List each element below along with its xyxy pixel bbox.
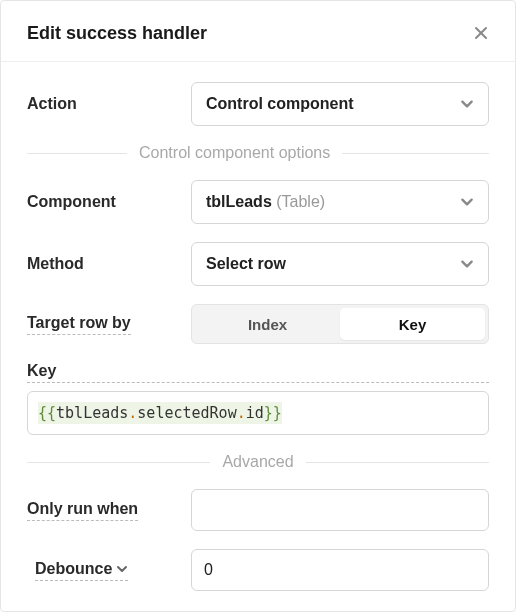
section-divider-control-options: Control component options (27, 144, 489, 162)
close-button[interactable] (467, 19, 495, 47)
close-icon (473, 25, 489, 41)
action-label: Action (27, 95, 191, 113)
action-select-value: Control component (206, 95, 354, 113)
section-title: Control component options (139, 144, 330, 162)
key-label: Key (27, 362, 489, 383)
method-label: Method (27, 255, 191, 273)
panel-title: Edit success handler (27, 23, 207, 44)
section-divider-advanced: Advanced (27, 453, 489, 471)
action-row: Action Control component (27, 82, 489, 126)
action-select[interactable]: Control component (191, 82, 489, 126)
key-field: Key {{tblLeads.selectedRow.id}} (27, 362, 489, 435)
only-run-when-row: Only run when (27, 489, 489, 531)
panel-header: Edit success handler (1, 1, 515, 62)
edit-success-handler-panel: Edit success handler Action Control comp… (0, 0, 516, 612)
component-select[interactable]: tblLeads (Table) (191, 180, 489, 224)
chevron-down-icon (460, 195, 474, 209)
section-title-advanced: Advanced (222, 453, 293, 471)
key-expression-input[interactable]: {{tblLeads.selectedRow.id}} (27, 391, 489, 435)
target-row-by-row: Target row by Index Key (27, 304, 489, 344)
component-select-value: tblLeads (Table) (206, 193, 325, 211)
target-row-by-label: Target row by (27, 314, 131, 335)
debounce-input[interactable] (191, 549, 489, 591)
debounce-type-select[interactable]: Debounce (35, 560, 128, 581)
method-row: Method Select row (27, 242, 489, 286)
chevron-down-icon (460, 97, 474, 111)
component-row: Component tblLeads (Table) (27, 180, 489, 224)
target-row-by-option-index[interactable]: Index (195, 308, 340, 340)
target-row-by-segmented: Index Key (191, 304, 489, 344)
chevron-down-icon (116, 563, 128, 575)
component-label: Component (27, 193, 191, 211)
debounce-label-text: Debounce (35, 560, 112, 578)
method-select[interactable]: Select row (191, 242, 489, 286)
only-run-when-input[interactable] (191, 489, 489, 531)
panel-body: Action Control component Control compone… (1, 62, 515, 612)
only-run-when-label: Only run when (27, 500, 138, 521)
debounce-row: Debounce (27, 549, 489, 591)
chevron-down-icon (460, 257, 474, 271)
target-row-by-option-key[interactable]: Key (340, 308, 485, 340)
method-select-value: Select row (206, 255, 286, 273)
